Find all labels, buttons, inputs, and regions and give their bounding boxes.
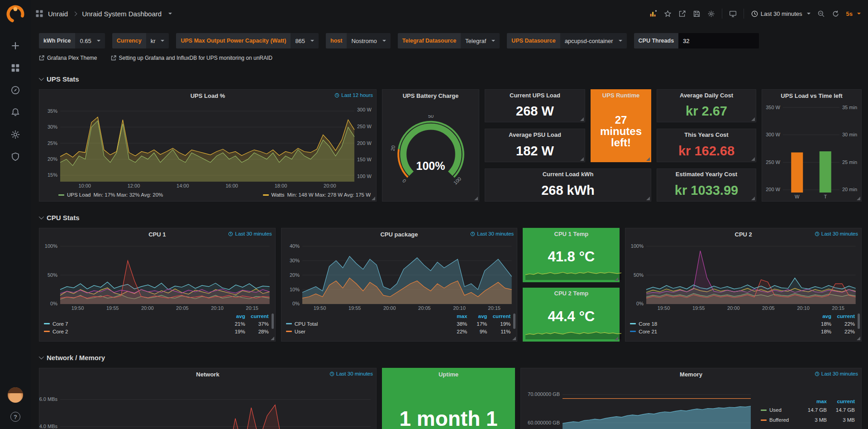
panel-resize-handle[interactable]: [615, 277, 618, 281]
variable-value-dropdown[interactable]: Telegraf: [461, 33, 500, 48]
legend-series-name[interactable]: Core 18: [639, 321, 657, 327]
panel-title[interactable]: Network: [196, 371, 219, 378]
panel-title[interactable]: Current UPS Load: [510, 92, 560, 99]
save-button[interactable]: [693, 10, 701, 18]
variable-ups-max-power[interactable]: UPS Max Output Power Capacity (Watt) 865: [176, 33, 319, 48]
panel-resize-handle[interactable]: [646, 157, 650, 161]
legend-series-name[interactable]: Buffered: [769, 417, 789, 423]
legend-sort-current[interactable]: current: [831, 313, 855, 319]
panel-resize-handle[interactable]: [615, 337, 618, 340]
panel-title[interactable]: CPU 1 Temp: [554, 231, 589, 237]
alerting-bell-icon[interactable]: [10, 107, 20, 117]
panel-resize-handle[interactable]: [271, 337, 274, 340]
memory-chart[interactable]: 50.000000 GB60.000000 GB70.000000 GB: [521, 380, 756, 429]
section-ups-stats[interactable]: UPS Stats: [39, 72, 862, 86]
panel-time-override[interactable]: Last 30 minutes: [815, 231, 858, 236]
time-range-picker[interactable]: Last 30 minutes: [751, 10, 811, 18]
variable-value-dropdown[interactable]: 865: [291, 33, 319, 48]
admin-shield-icon[interactable]: [10, 152, 20, 162]
panel-resize-handle[interactable]: [751, 157, 755, 161]
legend-sort-max[interactable]: max: [799, 399, 827, 404]
tv-mode-button[interactable]: [729, 10, 737, 18]
favorite-button[interactable]: [664, 10, 672, 18]
legend-sort-avg[interactable]: avg: [467, 313, 487, 319]
variable-telegraf-datasource[interactable]: Telegraf Datasource Telegraf: [398, 33, 500, 48]
panel-title[interactable]: CPU 2 Temp: [554, 290, 589, 297]
configuration-gear-icon[interactable]: [10, 130, 20, 140]
panel-time-override[interactable]: Last 30 minutes: [815, 371, 858, 376]
legend-scrollbar[interactable]: [513, 313, 515, 329]
link-ups-monitoring-guide[interactable]: Setting up Grafana and InfluxDB for UPS …: [111, 53, 273, 63]
panel-time-override[interactable]: Last 30 minutes: [228, 231, 272, 236]
panel-time-override[interactable]: Last 30 minutes: [470, 231, 514, 236]
panel-resize-handle[interactable]: [857, 337, 860, 340]
panel-resize-handle[interactable]: [857, 197, 860, 200]
panel-title[interactable]: Memory: [680, 371, 702, 378]
add-panel-button[interactable]: [649, 10, 657, 18]
variable-ups-datasource[interactable]: UPS Datasource apcupsd-container: [507, 33, 626, 48]
panel-resize-handle[interactable]: [580, 157, 584, 161]
panel-time-override[interactable]: Last 12 hours: [334, 92, 373, 98]
panel-title[interactable]: UPS Battery Charge: [403, 92, 459, 99]
variable-host[interactable]: host Nostromo: [326, 33, 391, 48]
variable-value-dropdown[interactable]: 0.65: [75, 33, 105, 48]
variable-currency[interactable]: Currency kr: [112, 33, 169, 48]
panel-resize-handle[interactable]: [751, 197, 755, 200]
network-chart[interactable]: 2.0 MBs4.0 MBs6.0 MBs: [39, 380, 376, 429]
legend-sort-avg[interactable]: avg: [809, 313, 831, 319]
legend-series-name[interactable]: Used: [769, 407, 782, 413]
panel-title[interactable]: CPU package: [380, 231, 418, 238]
panel-title[interactable]: UPS Load vs Time left: [781, 92, 842, 99]
refresh-interval-picker[interactable]: 5s: [846, 10, 861, 17]
dashboard-settings-button[interactable]: [707, 10, 715, 18]
ups-load-vs-time-chart[interactable]: 200 W250 W300 W350 W20 min25 min30 min35…: [762, 101, 861, 200]
panel-time-override[interactable]: Last 30 minutes: [329, 371, 373, 376]
zoom-out-button[interactable]: [817, 10, 825, 18]
panel-title[interactable]: UPS Load %: [191, 92, 225, 99]
panel-resize-handle[interactable]: [512, 337, 516, 340]
legend-scrollbar[interactable]: [272, 313, 274, 329]
legend-sort-avg[interactable]: avg: [223, 313, 245, 319]
variable-kwh-price[interactable]: kWh Price 0.65: [39, 33, 105, 48]
cpu2-chart[interactable]: 0%50%100%19:5019:5520:0020:0520:1020:15: [625, 240, 861, 312]
cpu-threads-input[interactable]: [678, 33, 759, 48]
panel-title[interactable]: Current Load kWh: [543, 171, 594, 178]
panel-resize-handle[interactable]: [372, 197, 375, 200]
legend-sort-max[interactable]: max: [445, 313, 467, 319]
cpu-package-chart[interactable]: 0%10%20%30%40%19:5019:5520:0020:0520:102…: [281, 240, 517, 312]
variable-value-dropdown[interactable]: apcupsd-container: [560, 33, 627, 48]
variable-value-dropdown[interactable]: kr: [146, 33, 169, 48]
breadcrumb-dashboard-title[interactable]: Unraid System Dashboard: [82, 10, 162, 18]
panel-resize-handle[interactable]: [580, 117, 584, 121]
panel-title[interactable]: CPU 1: [148, 231, 166, 238]
legend-series-name[interactable]: Core 7: [52, 321, 68, 327]
grafana-logo[interactable]: [6, 5, 25, 24]
legend-series-name[interactable]: Core 2: [52, 329, 68, 334]
dashboards-icon[interactable]: [10, 63, 20, 73]
panel-title[interactable]: This Years Cost: [684, 131, 728, 138]
help-icon[interactable]: ?: [10, 412, 20, 422]
section-network-memory[interactable]: Network / Memory: [39, 351, 862, 364]
panel-resize-handle[interactable]: [474, 197, 478, 200]
chevron-down-icon[interactable]: [168, 13, 172, 14]
explore-compass-icon[interactable]: [10, 85, 20, 95]
legend-sort-current[interactable]: current: [487, 313, 510, 319]
panel-title[interactable]: UPS Runtime: [602, 92, 639, 99]
legend-series-name[interactable]: CPU Total: [295, 321, 318, 327]
legend-series-name[interactable]: Core 21: [639, 329, 657, 334]
legend-series-name[interactable]: UPS Load: [67, 192, 91, 198]
panel-title[interactable]: Estimated Yearly Cost: [676, 171, 737, 178]
legend-series-name[interactable]: User: [295, 329, 305, 334]
refresh-button[interactable]: [832, 10, 839, 18]
legend-sort-current[interactable]: current: [245, 313, 269, 319]
legend-sort-current[interactable]: current: [827, 399, 855, 404]
link-grafana-plex-theme[interactable]: Grafana Plex Theme: [39, 53, 97, 63]
panel-title[interactable]: Average Daily Cost: [680, 92, 733, 99]
cpu1-chart[interactable]: 0%50%100%19:5019:5520:0020:0520:1020:15: [39, 240, 275, 312]
panel-resize-handle[interactable]: [751, 117, 755, 121]
share-button[interactable]: [678, 10, 686, 18]
variable-value-dropdown[interactable]: Nostromo: [347, 33, 390, 48]
ups-load-chart[interactable]: 15%20%25%30%35%100 W150 W200 W250 W300 W…: [39, 101, 376, 189]
legend-scrollbar[interactable]: [858, 313, 860, 329]
legend-series-name[interactable]: Watts: [272, 192, 285, 198]
